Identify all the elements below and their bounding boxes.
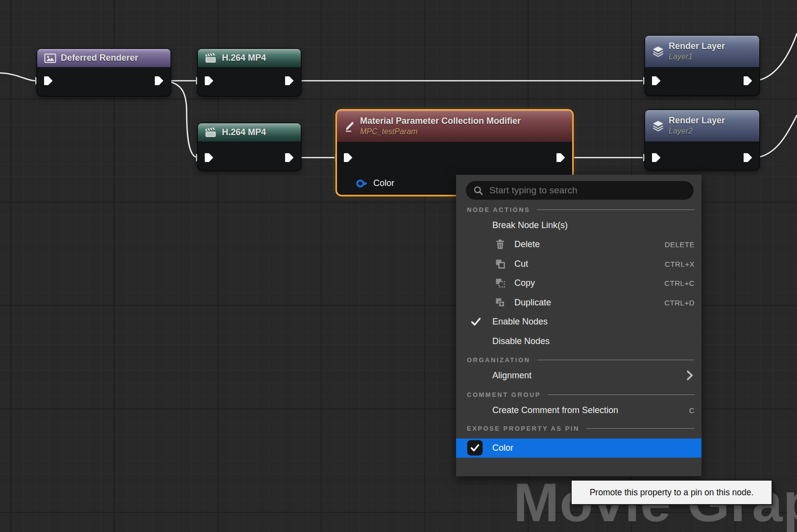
exec-input-pin[interactable] <box>652 76 661 86</box>
color-pin-checkbox[interactable] <box>468 441 482 455</box>
search-input[interactable] <box>466 181 694 200</box>
shortcut-label: CTRL+X <box>665 259 695 268</box>
layers-icon <box>652 120 664 132</box>
exec-input-pin[interactable] <box>204 153 214 162</box>
checkmark-icon <box>470 444 480 452</box>
search-icon <box>473 185 483 196</box>
node-h264-mp4-bottom[interactable]: H.264 MP4 <box>198 123 301 170</box>
duplicate-icon <box>495 297 506 308</box>
node-title: H.264 MP4 <box>222 127 266 138</box>
menu-item-break-node-links[interactable]: Break Node Link(s) <box>456 215 701 235</box>
tooltip: Promote this property to a pin on this n… <box>571 480 773 505</box>
node-render-layer-1[interactable]: Render Layer Layer1 <box>645 36 759 95</box>
graph-canvas[interactable]: Movie Graph D <box>0 0 797 532</box>
exec-output-pin[interactable] <box>285 76 294 86</box>
exec-output-pin[interactable] <box>743 153 753 162</box>
node-title: H.264 MP4 <box>222 53 266 63</box>
layers-icon <box>652 46 664 57</box>
wire-renderlayer2-out <box>756 115 797 158</box>
section-node-actions: NODE ACTIONS <box>456 204 701 215</box>
node-subtitle: MPC_testParam <box>360 127 521 137</box>
copy-icon <box>495 278 506 288</box>
chevron-right-icon <box>686 370 694 381</box>
context-menu: NODE ACTIONS Break Node Link(s) Delete D… <box>456 175 701 476</box>
section-organization: ORGANIZATION <box>456 354 701 366</box>
shortcut-label: DELETE <box>665 240 695 249</box>
menu-item-enable-nodes[interactable]: Enable Nodes <box>456 312 701 332</box>
wire-into-deferred-renderer <box>0 73 35 81</box>
node-title: Render Layer <box>669 41 725 52</box>
node-subtitle: Layer1 <box>669 52 725 62</box>
node-title: Deferred Renderer <box>61 53 138 63</box>
shortcut-label: CTRL+D <box>664 298 695 306</box>
exec-input-pin[interactable] <box>652 153 661 162</box>
exec-output-pin[interactable] <box>285 153 294 162</box>
menu-item-color-expose-pin[interactable]: Color <box>456 439 701 458</box>
menu-item-cut[interactable]: Cut CTRL+X <box>456 254 701 274</box>
exec-output-pin[interactable] <box>556 153 566 162</box>
tooltip-text: Promote this property to a pin on this n… <box>590 487 754 498</box>
exec-input-pin[interactable] <box>44 76 53 86</box>
exec-output-pin[interactable] <box>154 76 164 86</box>
wire-renderlayer1-out <box>756 33 797 81</box>
menu-item-duplicate[interactable]: Duplicate CTRL+D <box>456 293 701 312</box>
image-icon <box>44 53 56 63</box>
menu-item-create-comment[interactable]: Create Comment from Selection C <box>456 400 701 420</box>
node-subtitle: Layer2 <box>669 126 725 136</box>
menu-item-disable-nodes[interactable]: Disable Nodes <box>456 331 701 351</box>
checkmark-icon <box>471 318 481 326</box>
exec-output-pin[interactable] <box>743 76 753 86</box>
menu-item-copy[interactable]: Copy CTRL+C <box>456 274 701 293</box>
node-title: Render Layer <box>669 116 725 126</box>
menu-item-delete[interactable]: Delete DELETE <box>456 235 701 254</box>
shortcut-label: CTRL+C <box>664 279 695 287</box>
exec-input-pin[interactable] <box>343 153 353 162</box>
pencil-icon <box>344 121 356 132</box>
cut-icon <box>495 258 506 269</box>
node-deferred-renderer[interactable]: Deferred Renderer <box>37 49 170 96</box>
section-expose-property-as-pin: EXPOSE PROPERTY AS PIN <box>456 423 701 435</box>
color-property-pin[interactable]: Color <box>356 178 394 188</box>
shortcut-label: C <box>689 406 695 414</box>
section-comment-group: COMMENT GROUP <box>456 389 701 400</box>
clapperboard-icon <box>205 127 217 138</box>
color-pin-label: Color <box>373 178 394 188</box>
trash-icon <box>495 239 506 250</box>
menu-item-alignment[interactable]: Alignment <box>456 366 701 386</box>
node-h264-mp4-top[interactable]: H.264 MP4 <box>198 49 301 96</box>
color-pin-icon[interactable] <box>356 179 368 188</box>
node-render-layer-2[interactable]: Render Layer Layer2 <box>645 110 759 170</box>
exec-input-pin[interactable] <box>204 76 214 86</box>
clapperboard-icon <box>205 53 217 63</box>
node-title: Material Parameter Collection Modifier <box>360 116 521 127</box>
